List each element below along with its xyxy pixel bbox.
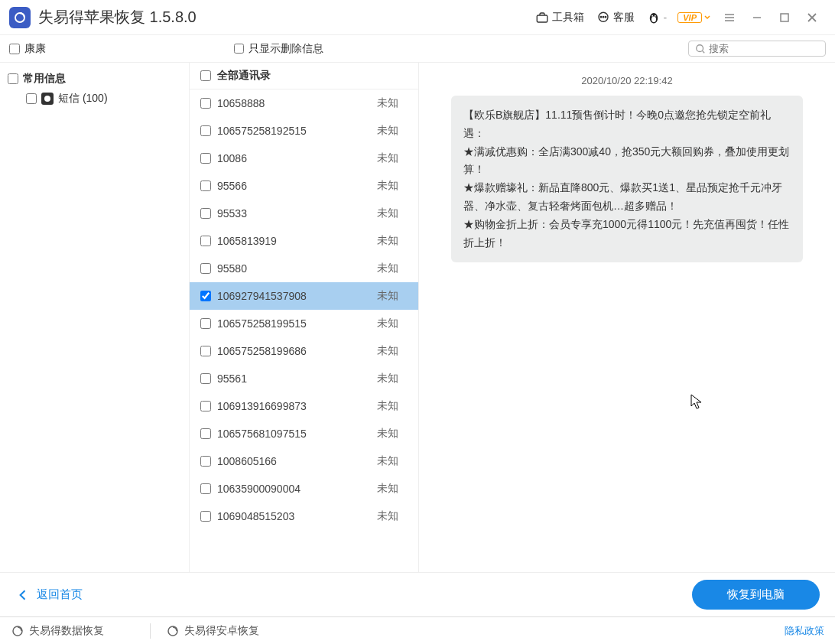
list-row[interactable]: 106575258199686未知 (190, 337, 418, 365)
vip-button[interactable]: VIP (677, 12, 711, 23)
list-row[interactable]: 1069048515203未知 (190, 503, 418, 530)
row-status: 未知 (377, 124, 408, 138)
row-number: 1008605166 (217, 455, 371, 467)
android-recovery-link[interactable]: 失易得安卓恢复 (166, 624, 259, 638)
bottom-bar: 失易得数据恢复 失易得安卓恢复 隐私政策 (0, 616, 835, 644)
row-checkbox[interactable] (200, 98, 211, 109)
list-row[interactable]: 106575258199515未知 (190, 310, 418, 337)
row-number: 106575258192515 (217, 125, 371, 137)
list-row[interactable]: 95566未知 (190, 172, 418, 200)
row-status: 未知 (377, 289, 408, 303)
hamburger-icon (724, 12, 735, 23)
row-number: 1069048515203 (217, 510, 371, 522)
toolbox-icon (535, 11, 549, 24)
row-checkbox[interactable] (200, 483, 211, 494)
tree-sms-item[interactable]: 短信 (100) (8, 89, 181, 109)
row-status: 未知 (377, 344, 408, 358)
list-row[interactable]: 95533未知 (190, 200, 418, 227)
back-button[interactable]: 返回首页 (15, 587, 83, 603)
list-rows[interactable]: 10658888未知106575258192515未知10086未知95566未… (190, 89, 418, 572)
row-checkbox[interactable] (200, 346, 211, 356)
minimize-button[interactable] (743, 4, 771, 31)
row-number: 95533 (217, 207, 371, 220)
row-checkbox[interactable] (200, 236, 211, 246)
list-row[interactable]: 10658888未知 (190, 89, 418, 117)
name-filter-checkbox[interactable]: 康康 (9, 42, 46, 56)
row-number: 10658888 (217, 97, 371, 109)
close-button[interactable] (798, 4, 826, 31)
row-status: 未知 (377, 234, 408, 248)
row-status: 未知 (377, 317, 408, 330)
maximize-icon (779, 12, 790, 23)
footer-recover: 返回首页 恢复到电脑 (0, 572, 835, 616)
message-detail: 2020/10/20 22:19:42 【欧乐B旗舰店】11.11预售倒计时！今… (419, 63, 835, 572)
row-checkbox[interactable] (200, 456, 211, 467)
left-tree: 常用信息 短信 (100) (0, 63, 190, 572)
svg-point-5 (605, 16, 606, 18)
row-status: 未知 (377, 399, 408, 413)
refresh-icon (166, 624, 180, 638)
row-status: 未知 (377, 179, 408, 193)
list-row[interactable]: 10086未知 (190, 145, 418, 172)
list-row[interactable]: 1008605166未知 (190, 447, 418, 475)
list-row[interactable]: 95561未知 (190, 365, 418, 392)
list-row[interactable]: 106575681097515未知 (190, 420, 418, 447)
privacy-link[interactable]: 隐私政策 (785, 624, 824, 638)
toolbox-button[interactable]: 工具箱 (535, 11, 584, 24)
recover-button[interactable]: 恢复到电脑 (692, 580, 820, 610)
deleted-only-checkbox[interactable]: 只显示删除信息 (234, 42, 323, 56)
message-bubble: 【欧乐B旗舰店】11.11预售倒计时！今晚0点邀您抢先锁定空前礼遇： ★满减优惠… (451, 96, 803, 262)
search-box[interactable] (688, 41, 826, 57)
main-area: 常用信息 短信 (100) 全部通讯录 10658888未知1065752581… (0, 63, 835, 572)
row-number: 106913916699873 (217, 400, 371, 412)
row-checkbox[interactable] (200, 208, 211, 219)
svg-point-9 (655, 15, 656, 16)
list-header[interactable]: 全部通讯录 (190, 63, 418, 89)
app-title: 失易得苹果恢复 1.5.8.0 (38, 7, 197, 28)
contact-list: 全部通讯录 10658888未知106575258192515未知10086未知… (190, 63, 419, 572)
back-arrow-icon (15, 587, 31, 603)
row-number: 95561 (217, 372, 371, 385)
message-time: 2020/10/20 22:19:42 (434, 75, 820, 86)
row-number: 106575258199686 (217, 345, 371, 357)
row-checkbox[interactable] (200, 291, 211, 301)
support-button[interactable]: 客服 (596, 11, 635, 24)
maximize-button[interactable] (771, 4, 798, 31)
row-number: 10086 (217, 152, 371, 164)
data-recovery-link[interactable]: 失易得数据恢复 (11, 624, 104, 638)
search-input[interactable] (709, 43, 816, 54)
row-status: 未知 (377, 454, 408, 468)
filter-bar: 康康 只显示删除信息 (0, 35, 835, 63)
svg-rect-1 (537, 15, 547, 22)
row-checkbox[interactable] (200, 153, 211, 164)
row-checkbox[interactable] (200, 428, 211, 439)
row-checkbox[interactable] (200, 318, 211, 329)
row-status: 未知 (377, 151, 408, 165)
list-row[interactable]: 106927941537908未知 (190, 282, 418, 310)
row-checkbox[interactable] (200, 511, 211, 522)
list-row[interactable]: 10635900090004未知 (190, 475, 418, 503)
search-icon (695, 44, 706, 54)
menu-button[interactable] (716, 4, 743, 31)
svg-point-4 (603, 16, 604, 18)
app-logo-icon (9, 7, 31, 28)
row-checkbox[interactable] (200, 125, 211, 136)
list-row[interactable]: 106575258192515未知 (190, 117, 418, 145)
list-row[interactable]: 95580未知 (190, 255, 418, 282)
penguin-icon (647, 11, 661, 24)
row-checkbox[interactable] (200, 263, 211, 274)
minimize-icon (752, 12, 762, 23)
list-row[interactable]: 1065813919未知 (190, 227, 418, 255)
row-checkbox[interactable] (200, 401, 211, 411)
tree-root-item[interactable]: 常用信息 (8, 69, 181, 89)
close-icon (807, 12, 817, 23)
list-row[interactable]: 106913916699873未知 (190, 392, 418, 420)
row-number: 106575258199515 (217, 317, 371, 330)
sms-icon (41, 93, 54, 105)
qq-button[interactable]: - (647, 11, 668, 24)
chat-icon (596, 11, 610, 24)
row-checkbox[interactable] (200, 373, 211, 384)
row-number: 106575681097515 (217, 428, 371, 440)
row-number: 95566 (217, 180, 371, 192)
row-checkbox[interactable] (200, 181, 211, 191)
